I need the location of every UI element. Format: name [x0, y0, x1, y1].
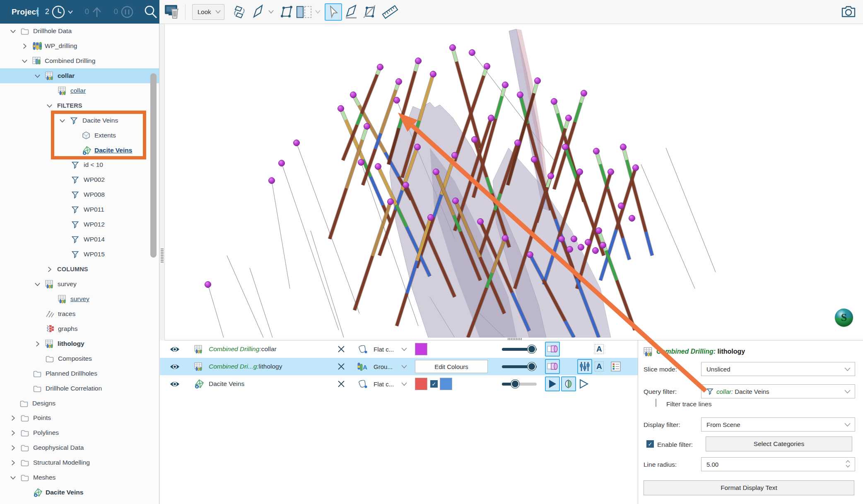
chevron-right-icon[interactable] [10, 445, 16, 451]
horizontal-splitter[interactable] [165, 338, 863, 340]
splitter-grip[interactable] [508, 338, 522, 340]
chevron-down-icon[interactable] [401, 358, 407, 375]
display-filter-dropdown[interactable]: From Scene [701, 417, 855, 432]
edit-colours-button[interactable]: Edit Colours [415, 358, 488, 375]
snapshot-camera-icon[interactable] [840, 3, 857, 22]
sidebar-item-filters[interactable]: FILTERS [0, 98, 159, 113]
sidebar-item-meshes[interactable]: Meshes [0, 470, 159, 485]
chevron-right-icon[interactable] [10, 460, 16, 466]
sidebar-item-wp014[interactable]: WP014 [0, 232, 159, 247]
scene-row-lithology[interactable]: Combined Dri...g: lithology A Grou... Ed… [160, 358, 638, 375]
sidebar-item-id-10[interactable]: id < 10 [0, 157, 159, 172]
chevron-right-icon[interactable] [46, 266, 53, 272]
recent-chevron-icon[interactable] [67, 10, 73, 14]
chevron-right-icon[interactable] [10, 415, 16, 421]
format-dropdown[interactable]: Flat c... [374, 340, 394, 358]
front-colour-chip[interactable] [415, 375, 427, 393]
sidebar-item-wp015[interactable]: WP015 [0, 247, 159, 262]
sidebar-item-wp008[interactable]: WP008 [0, 187, 159, 202]
chevron-right-icon[interactable] [34, 341, 41, 347]
scene-row-dacite-veins[interactable]: Dacite Veins Flat c... ✓ [160, 375, 638, 393]
query-filter-dropdown[interactable]: collar: Dacite Veins [701, 384, 855, 398]
clear-scene-icon[interactable] [164, 3, 182, 21]
sidebar-item-wp012[interactable]: WP012 [0, 217, 159, 232]
project-title[interactable]: Project [12, 7, 39, 17]
look-dropdown[interactable]: Look [192, 4, 224, 20]
slice-mode-chevron-icon[interactable] [315, 10, 321, 14]
sidebar-item-lithology[interactable]: lithology [0, 336, 159, 351]
clock-icon[interactable] [51, 5, 66, 19]
project-tree[interactable]: Drillhole DataWP_drillingCombined Drilli… [0, 24, 159, 504]
search-icon[interactable] [143, 4, 159, 20]
slicer-icon[interactable] [248, 3, 267, 21]
sidebar-item-collar[interactable]: collar [0, 68, 159, 83]
sidebar-item-columns[interactable]: COLUMNS [0, 262, 159, 277]
sidebar-item-combined-drilling[interactable]: Combined Drilling [0, 53, 159, 68]
remove-icon[interactable] [337, 358, 345, 375]
sidebar-item-wp-drilling[interactable]: WP_drilling [0, 39, 159, 53]
sidebar-item-survey[interactable]: survey [0, 292, 159, 306]
cylinder-display-icon[interactable] [545, 340, 560, 358]
cylinder-display-icon[interactable] [545, 358, 560, 375]
opacity-slider[interactable] [502, 375, 537, 393]
sidebar-item-dacite-veins[interactable]: Dacite Veins [0, 113, 159, 128]
back-colour-chip[interactable] [440, 375, 452, 393]
sidebar-item-drillhole-correlation[interactable]: Drillhole Correlation [0, 381, 159, 396]
visibility-eye-icon[interactable] [169, 340, 180, 358]
chevron-down-icon[interactable] [10, 28, 16, 34]
scene-row-collar[interactable]: Combined Drilling: collar Flat c... A [160, 340, 638, 358]
colour-chip[interactable] [415, 340, 427, 358]
format-dropdown[interactable]: Flat c... [374, 375, 394, 393]
select-categories-button[interactable]: Select Categories [706, 436, 852, 451]
chevron-right-icon[interactable] [10, 430, 16, 436]
text-display-icon[interactable]: A [595, 358, 604, 375]
sidebar-item-planned-drillholes[interactable]: Planned Drillholes [0, 366, 159, 381]
wireframe-render-icon[interactable] [578, 375, 589, 393]
remove-icon[interactable] [337, 340, 345, 358]
visibility-eye-icon[interactable] [169, 358, 180, 375]
enable-filter-checkbox[interactable]: ✓ [646, 440, 654, 448]
sidebar-item-dacite-veins[interactable]: Dacite Veins [0, 485, 159, 500]
chevron-down-icon[interactable] [34, 73, 41, 79]
chevron-down-icon[interactable] [10, 475, 16, 481]
sidebar-item-survey[interactable]: survey [0, 277, 159, 292]
sidebar-item-dacite-veins[interactable]: Dacite Veins [0, 143, 159, 158]
chevron-down-icon[interactable] [34, 281, 41, 287]
chevron-down-icon[interactable] [401, 340, 407, 358]
rotate-slicer-icon[interactable] [230, 3, 248, 21]
slicer-edge-icon[interactable] [342, 3, 360, 21]
sidebar-item-designs[interactable]: Designs [0, 396, 159, 411]
chevron-down-icon[interactable] [59, 118, 65, 124]
slice-mode-icon[interactable] [295, 3, 313, 21]
sidebar-item-traces[interactable]: traces [0, 306, 159, 321]
format-dropdown[interactable]: Grou... [374, 358, 393, 375]
opacity-slider[interactable] [502, 340, 537, 358]
slicer-chevron-icon[interactable] [268, 10, 274, 14]
sidebar-item-drillhole-data[interactable]: Drillhole Data [0, 24, 159, 39]
sidebar-item-composites[interactable]: Composites [0, 351, 159, 366]
visibility-eye-icon[interactable] [169, 375, 180, 393]
sidebar-item-extents[interactable]: Extents [0, 128, 159, 143]
sidebar-item-graphs[interactable]: graphs [0, 321, 159, 336]
legend-icon[interactable] [611, 358, 621, 375]
sidebar-item-wp002[interactable]: WP002 [0, 172, 159, 187]
draw-slicer-icon[interactable] [277, 3, 295, 21]
tree-scrollbar[interactable] [150, 73, 157, 258]
chevron-down-icon[interactable] [46, 103, 53, 109]
line-radius-spinner[interactable]: 5.00 [701, 457, 855, 471]
chevron-right-icon[interactable] [22, 43, 28, 49]
scene-3d-viewport[interactable]: S [165, 24, 863, 338]
flip-normals-icon[interactable] [561, 375, 576, 393]
ruler-icon[interactable] [381, 3, 399, 21]
sidebar-item-points[interactable]: Points [0, 410, 159, 425]
format-display-text-button[interactable]: Format Display Text [644, 480, 854, 495]
remove-icon[interactable] [337, 375, 345, 393]
sidebar-item-structural-modelling[interactable]: Structural Modelling [0, 455, 159, 470]
sidebar-item-geophysical-data[interactable]: Geophysical Data [0, 440, 159, 455]
move-slicer-icon[interactable] [360, 3, 378, 21]
sidebar-item-wp011[interactable]: WP011 [0, 202, 159, 217]
chevron-down-icon[interactable] [22, 58, 28, 64]
solid-render-icon[interactable] [545, 375, 560, 393]
interval-sliders-icon[interactable] [577, 358, 592, 375]
select-arrow-icon[interactable] [325, 3, 342, 21]
